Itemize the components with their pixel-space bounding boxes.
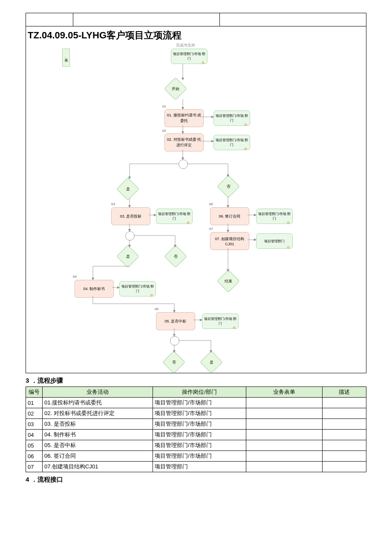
- gateway-03: [125, 231, 135, 241]
- cell-form: [246, 398, 323, 408]
- diagram-title: TZ.04.09.05-LYHG客户项目立项流程: [26, 26, 366, 44]
- cell-act: 07.创建项目结构CJ01: [43, 462, 153, 472]
- diagram-frame: TZ.04.09.05-LYHG客户项目立项流程 完成与支持 组织元... 项目…: [26, 26, 366, 373]
- node01-num: 01: [162, 105, 166, 108]
- cell-no: 06: [26, 451, 43, 462]
- th-activity: 业务活动: [43, 387, 153, 398]
- end-node: 结束: [217, 270, 240, 293]
- role-icon: ⚙: [244, 123, 247, 127]
- cell-form: [246, 419, 323, 430]
- node06-role: 项目管理部门/市场 部门⚙: [256, 209, 293, 224]
- th-dept: 操作岗位/部门: [153, 387, 246, 398]
- section3-heading: 3 ．流程步骤: [26, 377, 366, 385]
- node04-num: 04: [73, 275, 77, 279]
- table-row: 0707.创建项目结构CJ01项目管理部门: [26, 462, 366, 472]
- cell-act: 05. 是否中标: [43, 440, 153, 451]
- cell-act: 06. 签订合同: [43, 451, 153, 462]
- swimlane-label: 组织元...: [62, 49, 70, 67]
- yes-03: 是: [116, 245, 139, 268]
- yes-05: 是: [200, 351, 223, 374]
- cell-no: 05: [26, 440, 43, 451]
- node05-role: 项目管理部门/市场 部门⚙: [202, 314, 239, 329]
- flow-arrows: [26, 44, 366, 373]
- cell-dept: 项目管理部门/市场部门: [153, 440, 246, 451]
- node02-num: 02: [162, 129, 166, 133]
- role-icon: ⚙: [150, 293, 153, 297]
- flowchart: 完成与支持 组织元... 项目管理部门/市场 部门 ⚙ 开始 01 01. 接投…: [26, 44, 366, 373]
- role-icon: ⚙: [187, 221, 190, 225]
- role-header-text: 项目管理部门/市场 部门: [172, 52, 206, 61]
- node03-role: 项目管理部门/市场 部门⚙: [156, 209, 193, 224]
- cell-act: 02. 对投标书或委托进行评定: [43, 408, 153, 419]
- node07: 07. 创建项目结构 CJ01: [210, 232, 249, 250]
- no-03: 否: [164, 245, 187, 268]
- table-row: 0303. 是否投标项目管理部门/市场部门: [26, 419, 366, 430]
- table-row: 0101.接投标约请书或委托项目管理部门/市场部门: [26, 398, 366, 408]
- th-no: 编号: [26, 387, 43, 398]
- node03: 03. 是否投标: [111, 207, 150, 225]
- cell-desc: [323, 462, 366, 472]
- role-icon: ⚙: [244, 147, 247, 151]
- node05-num: 05: [155, 307, 159, 311]
- cell-desc: [323, 419, 366, 430]
- node01: 01. 接投标约请书 或委托: [164, 109, 204, 127]
- role-icon: ⚙: [287, 221, 290, 225]
- table-row: 0606. 签订合同项目管理部门/市场部门: [26, 451, 366, 462]
- table-header-row: 编号 业务活动 操作岗位/部门 业务表单 描述: [26, 387, 366, 398]
- cell-no: 04: [26, 430, 43, 440]
- top-blank-row: [26, 13, 366, 26]
- cell-dept: 项目管理部门: [153, 462, 246, 472]
- role-icon: ⚙: [287, 246, 290, 250]
- cell-desc: [323, 440, 366, 451]
- cell-dept: 项目管理部门/市场部门: [153, 430, 246, 440]
- gateway-split: [179, 160, 188, 169]
- role-icon: ⚙: [202, 61, 205, 65]
- th-form: 业务表单: [246, 387, 323, 398]
- node04-role: 项目管理部门/市场 部门⚙: [119, 281, 156, 296]
- node01-role: 项目管理部门/市场 部门⚙: [213, 110, 250, 126]
- cell-dept: 项目管理部门/市场部门: [153, 408, 246, 419]
- start-node: 开始: [164, 77, 187, 100]
- cell-no: 03: [26, 419, 43, 430]
- node06: 06. 签订合同: [210, 207, 249, 225]
- th-desc: 描述: [323, 387, 366, 398]
- cell-form: [246, 440, 323, 451]
- cell-dept: 项目管理部门/市场部门: [153, 419, 246, 430]
- table-row: 0505. 是否中标项目管理部门/市场部门: [26, 440, 366, 451]
- yes-branch: 是: [116, 177, 139, 200]
- cell-form: [246, 430, 323, 440]
- cell-act: 01.接投标约请书或委托: [43, 398, 153, 408]
- role-header: 项目管理部门/市场 部门 ⚙: [171, 49, 208, 64]
- no-05: 否: [162, 351, 185, 374]
- cell-act: 03. 是否投标: [43, 419, 153, 430]
- node02-role: 项目管理部门/市场 部门⚙: [213, 135, 250, 150]
- role-icon: ⚙: [233, 326, 236, 330]
- node04: 04. 制作标书: [75, 280, 114, 298]
- cell-act: 04. 制作标书: [43, 430, 153, 440]
- node02: 02. 对投标书或委 托进行评定: [164, 134, 204, 151]
- node07-num: 07: [209, 227, 213, 231]
- table-row: 0202. 对投标书或委托进行评定项目管理部门/市场部门: [26, 408, 366, 419]
- cell-no: 02: [26, 408, 43, 419]
- cell-dept: 项目管理部门/市场部门: [153, 451, 246, 462]
- node03-num: 03: [111, 202, 115, 206]
- node05: 05. 是否中标: [156, 312, 195, 330]
- steps-table: 编号 业务活动 操作岗位/部门 业务表单 描述 0101.接投标约请书或委托项目…: [26, 386, 366, 472]
- node06-num: 06: [209, 202, 213, 206]
- cell-form: [246, 408, 323, 419]
- node07-role: 项目管理部门⚙: [256, 233, 293, 249]
- no-branch: 否: [217, 175, 240, 198]
- cell-no: 01: [26, 398, 43, 408]
- table-row: 0404. 制作标书项目管理部门/市场部门: [26, 430, 366, 440]
- cell-form: [246, 462, 323, 472]
- cell-dept: 项目管理部门/市场部门: [153, 398, 246, 408]
- section4-heading: 4 ．流程接口: [26, 476, 366, 484]
- system-header: 完成与支持: [176, 43, 195, 48]
- cell-form: [246, 451, 323, 462]
- cell-desc: [323, 408, 366, 419]
- gateway-05: [170, 336, 179, 346]
- cell-no: 07: [26, 462, 43, 472]
- cell-desc: [323, 430, 366, 440]
- cell-desc: [323, 451, 366, 462]
- cell-desc: [323, 398, 366, 408]
